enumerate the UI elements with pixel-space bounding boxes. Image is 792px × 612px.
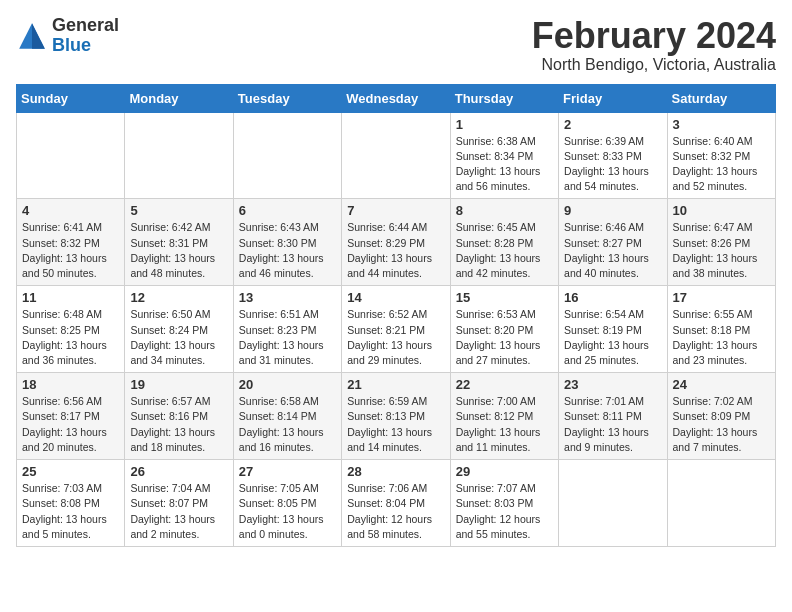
day-info: Sunrise: 7:05 AM Sunset: 8:05 PM Dayligh… — [239, 481, 336, 542]
day-info: Sunrise: 6:40 AM Sunset: 8:32 PM Dayligh… — [673, 134, 770, 195]
calendar-cell: 6Sunrise: 6:43 AM Sunset: 8:30 PM Daylig… — [233, 199, 341, 286]
calendar-cell: 3Sunrise: 6:40 AM Sunset: 8:32 PM Daylig… — [667, 112, 775, 199]
day-number: 26 — [130, 464, 227, 479]
logo-blue: Blue — [52, 35, 91, 55]
day-number: 11 — [22, 290, 119, 305]
day-info: Sunrise: 6:50 AM Sunset: 8:24 PM Dayligh… — [130, 307, 227, 368]
logo-text: General Blue — [52, 16, 119, 56]
day-info: Sunrise: 6:53 AM Sunset: 8:20 PM Dayligh… — [456, 307, 553, 368]
weekday-header-sunday: Sunday — [17, 84, 125, 112]
title-area: February 2024 North Bendigo, Victoria, A… — [532, 16, 776, 74]
day-info: Sunrise: 6:52 AM Sunset: 8:21 PM Dayligh… — [347, 307, 444, 368]
day-number: 7 — [347, 203, 444, 218]
week-row-4: 18Sunrise: 6:56 AM Sunset: 8:17 PM Dayli… — [17, 373, 776, 460]
calendar-cell: 24Sunrise: 7:02 AM Sunset: 8:09 PM Dayli… — [667, 373, 775, 460]
weekday-header-thursday: Thursday — [450, 84, 558, 112]
day-info: Sunrise: 6:58 AM Sunset: 8:14 PM Dayligh… — [239, 394, 336, 455]
calendar-cell: 28Sunrise: 7:06 AM Sunset: 8:04 PM Dayli… — [342, 460, 450, 547]
day-number: 23 — [564, 377, 661, 392]
logo-icon — [16, 20, 48, 52]
weekday-header-wednesday: Wednesday — [342, 84, 450, 112]
calendar-cell: 22Sunrise: 7:00 AM Sunset: 8:12 PM Dayli… — [450, 373, 558, 460]
day-info: Sunrise: 7:01 AM Sunset: 8:11 PM Dayligh… — [564, 394, 661, 455]
day-number: 8 — [456, 203, 553, 218]
calendar-cell: 21Sunrise: 6:59 AM Sunset: 8:13 PM Dayli… — [342, 373, 450, 460]
calendar-cell: 5Sunrise: 6:42 AM Sunset: 8:31 PM Daylig… — [125, 199, 233, 286]
day-info: Sunrise: 7:00 AM Sunset: 8:12 PM Dayligh… — [456, 394, 553, 455]
month-year: February 2024 — [532, 16, 776, 56]
calendar-cell: 15Sunrise: 6:53 AM Sunset: 8:20 PM Dayli… — [450, 286, 558, 373]
day-number: 19 — [130, 377, 227, 392]
day-number: 14 — [347, 290, 444, 305]
day-info: Sunrise: 6:59 AM Sunset: 8:13 PM Dayligh… — [347, 394, 444, 455]
day-number: 12 — [130, 290, 227, 305]
calendar-cell: 8Sunrise: 6:45 AM Sunset: 8:28 PM Daylig… — [450, 199, 558, 286]
day-info: Sunrise: 6:42 AM Sunset: 8:31 PM Dayligh… — [130, 220, 227, 281]
day-info: Sunrise: 6:48 AM Sunset: 8:25 PM Dayligh… — [22, 307, 119, 368]
day-number: 20 — [239, 377, 336, 392]
day-number: 18 — [22, 377, 119, 392]
day-number: 13 — [239, 290, 336, 305]
day-number: 27 — [239, 464, 336, 479]
svg-marker-1 — [32, 23, 45, 49]
day-number: 9 — [564, 203, 661, 218]
calendar-cell: 10Sunrise: 6:47 AM Sunset: 8:26 PM Dayli… — [667, 199, 775, 286]
calendar-cell: 26Sunrise: 7:04 AM Sunset: 8:07 PM Dayli… — [125, 460, 233, 547]
weekday-header-tuesday: Tuesday — [233, 84, 341, 112]
week-row-2: 4Sunrise: 6:41 AM Sunset: 8:32 PM Daylig… — [17, 199, 776, 286]
calendar-cell: 13Sunrise: 6:51 AM Sunset: 8:23 PM Dayli… — [233, 286, 341, 373]
calendar-cell: 1Sunrise: 6:38 AM Sunset: 8:34 PM Daylig… — [450, 112, 558, 199]
week-row-3: 11Sunrise: 6:48 AM Sunset: 8:25 PM Dayli… — [17, 286, 776, 373]
week-row-5: 25Sunrise: 7:03 AM Sunset: 8:08 PM Dayli… — [17, 460, 776, 547]
calendar-cell: 12Sunrise: 6:50 AM Sunset: 8:24 PM Dayli… — [125, 286, 233, 373]
day-info: Sunrise: 6:39 AM Sunset: 8:33 PM Dayligh… — [564, 134, 661, 195]
calendar-cell: 11Sunrise: 6:48 AM Sunset: 8:25 PM Dayli… — [17, 286, 125, 373]
calendar-cell — [559, 460, 667, 547]
calendar-cell — [667, 460, 775, 547]
calendar-cell: 27Sunrise: 7:05 AM Sunset: 8:05 PM Dayli… — [233, 460, 341, 547]
weekday-header-saturday: Saturday — [667, 84, 775, 112]
calendar-cell: 25Sunrise: 7:03 AM Sunset: 8:08 PM Dayli… — [17, 460, 125, 547]
day-number: 17 — [673, 290, 770, 305]
day-number: 21 — [347, 377, 444, 392]
day-info: Sunrise: 7:07 AM Sunset: 8:03 PM Dayligh… — [456, 481, 553, 542]
day-number: 5 — [130, 203, 227, 218]
calendar-cell: 16Sunrise: 6:54 AM Sunset: 8:19 PM Dayli… — [559, 286, 667, 373]
day-info: Sunrise: 6:54 AM Sunset: 8:19 PM Dayligh… — [564, 307, 661, 368]
day-info: Sunrise: 6:46 AM Sunset: 8:27 PM Dayligh… — [564, 220, 661, 281]
day-number: 10 — [673, 203, 770, 218]
day-number: 28 — [347, 464, 444, 479]
day-info: Sunrise: 6:43 AM Sunset: 8:30 PM Dayligh… — [239, 220, 336, 281]
day-info: Sunrise: 7:04 AM Sunset: 8:07 PM Dayligh… — [130, 481, 227, 542]
day-info: Sunrise: 6:57 AM Sunset: 8:16 PM Dayligh… — [130, 394, 227, 455]
day-info: Sunrise: 7:06 AM Sunset: 8:04 PM Dayligh… — [347, 481, 444, 542]
weekday-header-friday: Friday — [559, 84, 667, 112]
day-number: 24 — [673, 377, 770, 392]
calendar-cell: 2Sunrise: 6:39 AM Sunset: 8:33 PM Daylig… — [559, 112, 667, 199]
calendar-cell — [125, 112, 233, 199]
day-info: Sunrise: 6:44 AM Sunset: 8:29 PM Dayligh… — [347, 220, 444, 281]
calendar-cell: 9Sunrise: 6:46 AM Sunset: 8:27 PM Daylig… — [559, 199, 667, 286]
calendar-cell: 18Sunrise: 6:56 AM Sunset: 8:17 PM Dayli… — [17, 373, 125, 460]
calendar-cell: 29Sunrise: 7:07 AM Sunset: 8:03 PM Dayli… — [450, 460, 558, 547]
header: General Blue February 2024 North Bendigo… — [16, 16, 776, 74]
weekday-header-row: SundayMondayTuesdayWednesdayThursdayFrid… — [17, 84, 776, 112]
day-info: Sunrise: 6:55 AM Sunset: 8:18 PM Dayligh… — [673, 307, 770, 368]
calendar-cell: 7Sunrise: 6:44 AM Sunset: 8:29 PM Daylig… — [342, 199, 450, 286]
logo: General Blue — [16, 16, 119, 56]
calendar-cell: 20Sunrise: 6:58 AM Sunset: 8:14 PM Dayli… — [233, 373, 341, 460]
day-number: 16 — [564, 290, 661, 305]
day-info: Sunrise: 6:47 AM Sunset: 8:26 PM Dayligh… — [673, 220, 770, 281]
day-info: Sunrise: 6:51 AM Sunset: 8:23 PM Dayligh… — [239, 307, 336, 368]
day-info: Sunrise: 6:41 AM Sunset: 8:32 PM Dayligh… — [22, 220, 119, 281]
weekday-header-monday: Monday — [125, 84, 233, 112]
day-info: Sunrise: 7:03 AM Sunset: 8:08 PM Dayligh… — [22, 481, 119, 542]
calendar-cell: 23Sunrise: 7:01 AM Sunset: 8:11 PM Dayli… — [559, 373, 667, 460]
day-number: 15 — [456, 290, 553, 305]
day-info: Sunrise: 6:45 AM Sunset: 8:28 PM Dayligh… — [456, 220, 553, 281]
calendar-cell: 4Sunrise: 6:41 AM Sunset: 8:32 PM Daylig… — [17, 199, 125, 286]
logo-general: General — [52, 15, 119, 35]
day-number: 1 — [456, 117, 553, 132]
day-info: Sunrise: 6:56 AM Sunset: 8:17 PM Dayligh… — [22, 394, 119, 455]
calendar-cell: 14Sunrise: 6:52 AM Sunset: 8:21 PM Dayli… — [342, 286, 450, 373]
